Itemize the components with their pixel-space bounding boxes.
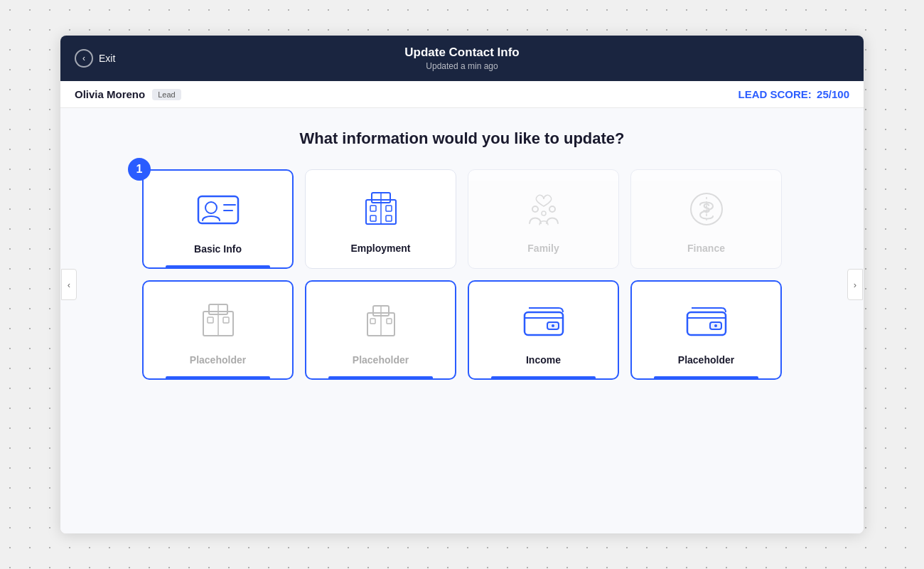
lead-score-value: 25/100 <box>817 88 849 100</box>
nav-arrow-right[interactable]: › <box>847 269 863 300</box>
main-container: ‹ Exit Update Contact Info Updated a min… <box>60 36 864 533</box>
svg-point-31 <box>714 324 717 327</box>
card-placeholder-3[interactable]: Placeholder <box>630 280 782 380</box>
lead-score-label: LEAD SCORE: <box>738 88 812 100</box>
sub-header: Olivia Moreno Lead LEAD SCORE: 25/100 <box>60 81 864 108</box>
card-family[interactable]: Family <box>468 169 619 269</box>
back-circle-icon: ‹ <box>75 49 93 68</box>
page-question: What information would you like to updat… <box>89 129 835 148</box>
card-placeholder-3-label: Placeholder <box>678 354 734 366</box>
card-employment[interactable]: Employment <box>305 169 456 269</box>
svg-rect-9 <box>370 216 376 221</box>
svg-rect-19 <box>208 317 213 323</box>
svg-point-12 <box>549 206 555 212</box>
building3-icon <box>356 296 406 346</box>
wallet-icon <box>519 296 569 346</box>
contact-name: Olivia Moreno <box>75 88 145 100</box>
svg-point-28 <box>552 324 554 327</box>
svg-rect-20 <box>223 317 229 323</box>
svg-point-1 <box>205 202 217 213</box>
card-basic-info[interactable]: Basic Info <box>142 169 294 269</box>
card-placeholder-2-label: Placeholder <box>353 354 409 366</box>
card-basic-info-label: Basic Info <box>194 243 242 255</box>
card-finance[interactable]: $ Finance <box>630 169 782 269</box>
card-income[interactable]: Income <box>468 280 619 380</box>
svg-point-11 <box>532 206 538 212</box>
card-finance-label: Finance <box>687 243 725 254</box>
nav-arrow-left[interactable]: ‹ <box>61 269 77 300</box>
family-icon <box>519 184 569 234</box>
cards-grid: Basic Info <box>142 169 782 380</box>
building-icon <box>356 184 406 234</box>
dollar-circle-icon: $ <box>682 184 731 234</box>
step-badge: 1 <box>128 158 151 181</box>
svg-rect-25 <box>387 319 392 324</box>
card-placeholder-2[interactable]: Placeholder <box>305 280 456 380</box>
header-center: Update Contact Info Updated a min ago <box>404 46 520 71</box>
card-income-label: Income <box>526 354 561 366</box>
svg-point-13 <box>542 211 546 216</box>
card-employment-label: Employment <box>350 243 410 254</box>
wallet2-icon <box>682 296 731 346</box>
header-title: Update Contact Info <box>404 46 520 60</box>
header: ‹ Exit Update Contact Info Updated a min… <box>60 36 864 81</box>
header-subtitle: Updated a min ago <box>404 61 520 71</box>
lead-score: LEAD SCORE: 25/100 <box>738 88 849 100</box>
contact-info: Olivia Moreno Lead <box>75 88 181 100</box>
content-area: What information would you like to updat… <box>60 108 864 533</box>
card-placeholder-1[interactable]: Placeholder <box>142 280 294 380</box>
card-placeholder-1-label: Placeholder <box>190 354 246 366</box>
building2-icon <box>193 296 243 346</box>
id-card-icon <box>193 185 243 235</box>
card-family-label: Family <box>527 243 559 254</box>
svg-rect-10 <box>386 216 392 221</box>
svg-rect-7 <box>370 206 376 211</box>
svg-text:$: $ <box>702 201 709 216</box>
exit-label: Exit <box>99 53 115 64</box>
lead-badge: Lead <box>152 89 181 100</box>
cards-section: 1 Basic Info <box>142 169 782 380</box>
svg-rect-8 <box>386 206 392 211</box>
exit-button[interactable]: ‹ Exit <box>75 49 115 68</box>
svg-rect-24 <box>370 319 375 324</box>
